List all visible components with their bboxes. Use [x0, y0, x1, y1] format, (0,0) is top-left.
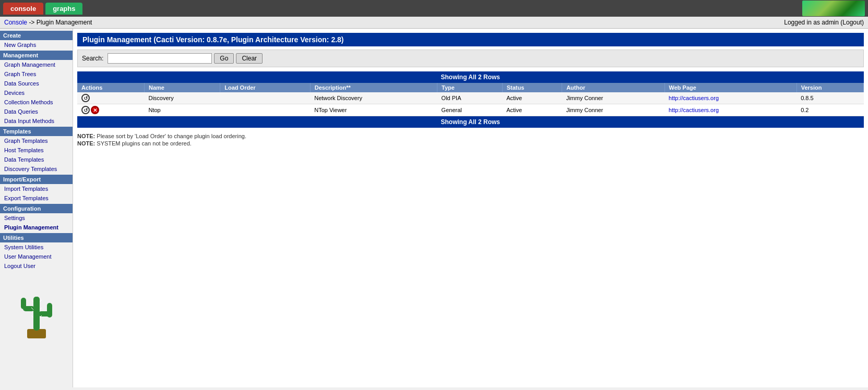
name-cell: Discovery	[144, 92, 220, 104]
sidebar-item-settings[interactable]: Settings	[0, 213, 73, 223]
search-bar: Search: Go Clear	[77, 50, 864, 67]
load-order-cell	[220, 104, 310, 116]
svg-line-7	[40, 300, 42, 302]
sidebar-item-graph-templates[interactable]: Graph Templates	[0, 136, 73, 145]
description-cell: NTop Viewer	[310, 104, 437, 116]
cactus-logo	[0, 286, 73, 340]
table-showing-header: Showing All 2 Rows	[77, 71, 864, 83]
version-cell: 0.2	[796, 104, 863, 116]
description-cell: Network Discovery	[310, 92, 437, 104]
sidebar-import-export-header: Import/Export	[0, 175, 73, 184]
sidebar-item-system-utilities[interactable]: System Utilities	[0, 242, 73, 252]
webpage-link[interactable]: http://cactiusers.org	[669, 95, 719, 101]
note-2: NOTE: SYSTEM plugins can not be ordered.	[77, 140, 864, 147]
clear-button[interactable]: Clear	[236, 53, 263, 64]
sidebar-management-header: Management	[0, 51, 73, 60]
sidebar-item-plugin-management[interactable]: Plugin Management	[0, 223, 73, 232]
app-logo	[802, 1, 865, 16]
svg-rect-5	[47, 303, 52, 318]
breadcrumb-separator: ->	[29, 19, 36, 26]
graphs-tab[interactable]: graphs	[45, 3, 82, 15]
sidebar-item-import-templates[interactable]: Import Templates	[0, 184, 73, 193]
notes-section: NOTE: Please sort by 'Load Order' to cha…	[77, 133, 864, 147]
sidebar-item-user-management[interactable]: User Management	[0, 252, 73, 261]
sidebar-create-header: Create	[0, 31, 73, 40]
status-cell: Active	[502, 104, 562, 116]
breadcrumb-bar: Console -> Plugin Management Logged in a…	[0, 17, 868, 29]
sidebar-item-data-input-methods[interactable]: Data Input Methods	[0, 116, 73, 126]
console-tab[interactable]: console	[3, 3, 43, 15]
sidebar-item-collection-methods[interactable]: Collection Methods	[0, 98, 73, 107]
enable-icon[interactable]: ↺	[81, 94, 90, 102]
col-header-type: Type	[437, 83, 503, 92]
auth-info: Logged in as admin (Logout)	[784, 19, 864, 26]
sidebar-item-data-templates[interactable]: Data Templates	[0, 155, 73, 164]
sidebar-item-logout-user[interactable]: Logout User	[0, 261, 73, 271]
svg-line-10	[31, 315, 33, 318]
svg-line-6	[31, 300, 33, 302]
svg-line-9	[40, 308, 42, 310]
nav-tabs: console graphs	[3, 3, 82, 15]
col-header-description: Description**	[310, 83, 437, 92]
sidebar-item-devices[interactable]: Devices	[0, 88, 73, 98]
search-label: Search:	[82, 55, 103, 62]
table-row: ↺✕NtopNTop ViewerGeneralActiveJimmy Conn…	[77, 104, 864, 116]
col-header-webpage: Web Page	[664, 83, 796, 92]
search-input[interactable]	[108, 53, 212, 64]
author-cell: Jimmy Conner	[562, 104, 664, 116]
author-cell: Jimmy Conner	[562, 92, 664, 104]
sidebar-item-data-queries[interactable]: Data Queries	[0, 107, 73, 116]
svg-rect-3	[21, 298, 26, 309]
load-order-cell	[220, 92, 310, 104]
main-layout: Create New Graphs Management Graph Manag…	[0, 29, 868, 387]
sidebar-item-export-templates[interactable]: Export Templates	[0, 193, 73, 203]
sidebar-templates-header: Templates	[0, 127, 73, 136]
table-row: ↺DiscoveryNetwork DiscoveryOld PIAActive…	[77, 92, 864, 104]
sidebar-utilities-header: Utilities	[0, 233, 73, 242]
col-header-version: Version	[796, 83, 863, 92]
sidebar-item-discovery-templates[interactable]: Discovery Templates	[0, 164, 73, 174]
table-column-headers: Actions Name Load Order Description** Ty…	[77, 83, 864, 92]
webpage-link[interactable]: http://cactiusers.org	[669, 107, 719, 113]
page-subtitle: (Cacti Version: 0.8.7e, Plugin Architect…	[153, 35, 343, 44]
type-cell: General	[437, 104, 503, 116]
actions-cell: ↺✕	[77, 104, 144, 116]
sidebar-item-data-sources[interactable]: Data Sources	[0, 79, 73, 88]
col-header-actions: Actions	[77, 83, 144, 92]
sidebar: Create New Graphs Management Graph Manag…	[0, 29, 73, 387]
status-cell: Active	[502, 92, 562, 104]
type-cell: Old PIA	[437, 92, 503, 104]
note-1: NOTE: Please sort by 'Load Order' to cha…	[77, 133, 864, 139]
actions-cell: ↺	[77, 92, 144, 104]
content-area: Plugin Management (Cacti Version: 0.8.7e…	[73, 29, 868, 387]
sidebar-item-host-templates[interactable]: Host Templates	[0, 145, 73, 155]
col-header-author: Author	[562, 83, 664, 92]
col-header-load-order: Load Order	[220, 83, 310, 92]
sidebar-item-new-graphs[interactable]: New Graphs	[0, 40, 73, 50]
version-cell: 0.8.5	[796, 92, 863, 104]
sidebar-item-graph-management[interactable]: Graph Management	[0, 60, 73, 69]
webpage-cell: http://cactiusers.org	[664, 104, 796, 116]
top-navigation: console graphs	[0, 0, 868, 17]
showing-all-rows-footer: Showing All 2 Rows	[77, 116, 864, 128]
console-link[interactable]: Console	[4, 19, 27, 26]
plugins-table: Showing All 2 Rows Actions Name Load Ord…	[77, 71, 864, 128]
col-header-status: Status	[502, 83, 562, 92]
showing-all-rows-header: Showing All 2 Rows	[77, 71, 864, 83]
enable-icon[interactable]: ↺	[81, 106, 90, 114]
go-button[interactable]: Go	[214, 53, 234, 64]
sidebar-item-graph-trees[interactable]: Graph Trees	[0, 69, 73, 79]
page-title-bar: Plugin Management (Cacti Version: 0.8.7e…	[77, 33, 864, 46]
webpage-cell: http://cactiusers.org	[664, 92, 796, 104]
sidebar-configuration-header: Configuration	[0, 204, 73, 213]
breadcrumb-current: Plugin Management	[37, 19, 92, 26]
col-header-name: Name	[144, 83, 220, 92]
table-showing-footer: Showing All 2 Rows	[77, 116, 864, 128]
breadcrumb: Console -> Plugin Management	[4, 19, 92, 26]
name-cell: Ntop	[144, 104, 220, 116]
disable-icon[interactable]: ✕	[91, 106, 99, 114]
page-title: Plugin Management	[82, 35, 151, 44]
